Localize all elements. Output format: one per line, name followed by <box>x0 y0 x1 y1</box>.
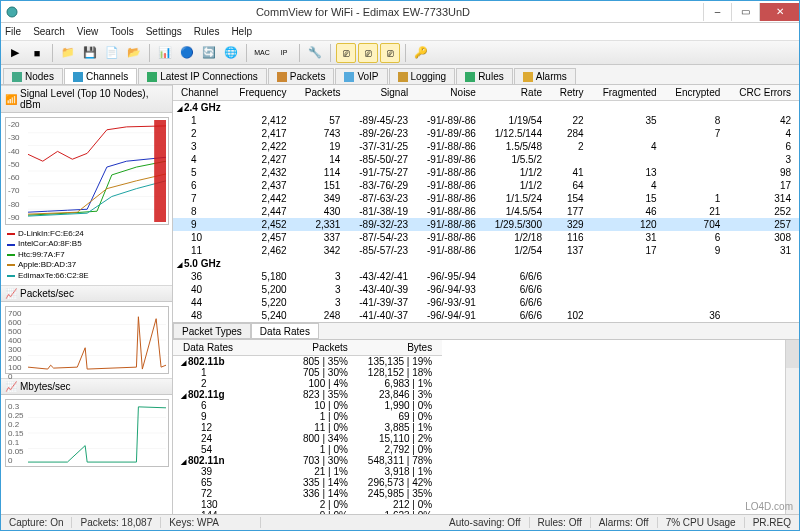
table-row[interactable]: 1705 | 30%128,152 | 18% <box>173 367 442 378</box>
save-button[interactable]: 💾 <box>80 43 100 63</box>
close-button[interactable]: ✕ <box>759 3 799 21</box>
bottom-tab-packet-types[interactable]: Packet Types <box>173 323 251 339</box>
tab-nodes[interactable]: Nodes <box>3 68 63 84</box>
channels-table[interactable]: ChannelFrequencyPacketsSignalNoiseRateRe… <box>173 85 799 322</box>
mbytes-panel-title: Mbytes/sec <box>20 381 71 392</box>
tab-channels[interactable]: Channels <box>64 68 137 84</box>
table-row[interactable]: 541 | 0%2,792 | 0% <box>173 444 442 455</box>
tab-voip[interactable]: VoIP <box>335 68 387 84</box>
tab-alarms[interactable]: Alarms <box>514 68 576 84</box>
scrollbar[interactable] <box>785 340 799 514</box>
tab-packets[interactable]: Packets <box>268 68 335 84</box>
watermark: LO4D.com <box>745 501 793 512</box>
col-header[interactable]: Frequency <box>229 85 295 101</box>
table-row[interactable]: 12,41257-89/-45/-23-91/-89/-861/19/54223… <box>173 114 799 127</box>
table-row[interactable]: 92,4522,331-89/-32/-23-91/-88/-861/29.5/… <box>173 218 799 231</box>
menu-rules[interactable]: Rules <box>194 26 220 37</box>
menu-help[interactable]: Help <box>231 26 252 37</box>
bottom-tab-data-rates[interactable]: Data Rates <box>251 323 319 339</box>
table-group[interactable]: 2.4 GHz <box>173 101 799 115</box>
status-bar: Capture: On Packets: 18,087 Keys: WPA Au… <box>1 514 799 530</box>
table-row[interactable]: 102,457337-87/-54/-23-91/-88/-861/2/1811… <box>173 231 799 244</box>
table-row[interactable]: 445,2203-41/-39/-37-96/-93/-916/6/6 <box>173 296 799 309</box>
stop-button[interactable]: ■ <box>27 43 47 63</box>
table-row[interactable]: 1302 | 0%212 | 0% <box>173 499 442 510</box>
tab-latest-ip-connections[interactable]: Latest IP Connections <box>138 68 267 84</box>
menu-settings[interactable]: Settings <box>146 26 182 37</box>
table-row[interactable]: 65335 | 14%296,573 | 42% <box>173 477 442 488</box>
status-cpu: 7% CPU Usage <box>658 517 745 528</box>
table-group[interactable]: 802.11g823 | 35%23,846 | 3% <box>173 389 442 400</box>
play-button[interactable]: ▶ <box>5 43 25 63</box>
tab-rules[interactable]: Rules <box>456 68 513 84</box>
packets-panel-icon: 📈 <box>5 288 17 299</box>
table-row[interactable]: 112,462342-85/-57/-23-91/-88/-861/2/5413… <box>173 244 799 257</box>
table-row[interactable]: 82,447430-81/-38/-19-91/-88/-861/4.5/541… <box>173 205 799 218</box>
table-row[interactable]: 485,240248-41/-40/-37-96/-94/-916/6/6102… <box>173 309 799 322</box>
ip-button[interactable]: IP <box>274 43 294 63</box>
globe-button[interactable]: 🌐 <box>221 43 241 63</box>
table-row[interactable]: 72,442349-87/-63/-23-91/-88/-861/1.5/241… <box>173 192 799 205</box>
data-rates-table[interactable]: Data RatesPacketsBytes802.11b805 | 35%13… <box>173 340 799 514</box>
table-group[interactable]: 5.0 GHz <box>173 257 799 270</box>
table-row[interactable]: 32,42219-37/-31/-25-91/-88/-861.5/5/4824… <box>173 140 799 153</box>
col-header[interactable]: Packets <box>293 340 358 356</box>
mode-c-button[interactable]: ⎚ <box>380 43 400 63</box>
table-row[interactable]: 91 | 0%69 | 0% <box>173 411 442 422</box>
col-header[interactable]: Encrypted <box>665 85 729 101</box>
minimize-button[interactable]: – <box>703 3 731 21</box>
col-header[interactable]: Noise <box>416 85 484 101</box>
key-button[interactable]: 🔑 <box>411 43 431 63</box>
svg-point-0 <box>7 7 17 17</box>
menu-view[interactable]: View <box>77 26 99 37</box>
table-row[interactable]: 3921 | 1%3,918 | 1% <box>173 466 442 477</box>
table-row[interactable]: 52,432114-91/-75/-27-91/-88/-861/1/24113… <box>173 166 799 179</box>
table-row[interactable]: 405,2003-43/-40/-39-96/-94/-936/6/6 <box>173 283 799 296</box>
col-header[interactable]: Channel <box>173 85 229 101</box>
mode-a-button[interactable]: ⎚ <box>336 43 356 63</box>
log-button[interactable]: 📄 <box>102 43 122 63</box>
left-panel: 📶 Signal Level (Top 10 Nodes), dBm -20-3… <box>1 85 173 514</box>
refresh-button[interactable]: 🔄 <box>199 43 219 63</box>
maximize-button[interactable]: ▭ <box>731 3 759 21</box>
wrench-button[interactable]: 🔧 <box>305 43 325 63</box>
table-row[interactable]: 1211 | 0%3,885 | 1% <box>173 422 442 433</box>
menu-search[interactable]: Search <box>33 26 65 37</box>
table-row[interactable]: 365,1803-43/-42/-41-96/-95/-946/6/6 <box>173 270 799 283</box>
col-header[interactable]: Fragmented <box>592 85 665 101</box>
col-header[interactable]: Packets <box>295 85 349 101</box>
legend-item: IntelCor:A0:8F:B5 <box>7 239 166 249</box>
nodes-button[interactable]: 🔵 <box>177 43 197 63</box>
table-row[interactable]: 72336 | 14%245,985 | 35% <box>173 488 442 499</box>
status-capture: Capture: On <box>1 517 72 528</box>
mbytes-chart: 0.30.250.20.150.10.050 <box>5 399 169 467</box>
signal-panel-title: Signal Level (Top 10 Nodes), dBm <box>20 88 168 110</box>
menu-file[interactable]: File <box>5 26 21 37</box>
table-group[interactable]: 802.11b805 | 35%135,135 | 19% <box>173 356 442 368</box>
table-row[interactable]: 610 | 0%1,990 | 0% <box>173 400 442 411</box>
legend-item: D-LinkIn:FC:E6:24 <box>7 229 166 239</box>
status-autosave: Auto-saving: Off <box>441 517 530 528</box>
table-row[interactable]: 42,42714-85/-50/-27-91/-89/-861/5.5/23 <box>173 153 799 166</box>
table-row[interactable]: 22,417743-89/-26/-23-91/-89/-861/12.5/14… <box>173 127 799 140</box>
table-row[interactable]: 2100 | 4%6,983 | 1% <box>173 378 442 389</box>
table-row[interactable]: 1449 | 0%1,623 | 0% <box>173 510 442 514</box>
tab-logging[interactable]: Logging <box>389 68 456 84</box>
menu-tools[interactable]: Tools <box>110 26 133 37</box>
mode-b-button[interactable]: ⎚ <box>358 43 378 63</box>
table-row[interactable]: 24800 | 34%15,110 | 2% <box>173 433 442 444</box>
mac-button[interactable]: MAC <box>252 43 272 63</box>
col-header[interactable]: Data Rates <box>173 340 293 356</box>
open-button[interactable]: 📁 <box>58 43 78 63</box>
main-tabstrip: NodesChannelsLatest IP ConnectionsPacket… <box>1 65 799 85</box>
col-header[interactable]: Retry <box>550 85 592 101</box>
menu-bar: FileSearchViewToolsSettingsRulesHelp <box>1 23 799 41</box>
col-header[interactable]: Rate <box>484 85 550 101</box>
col-header[interactable]: Signal <box>348 85 416 101</box>
table-group[interactable]: 802.11n703 | 30%548,311 | 78% <box>173 455 442 466</box>
export-button[interactable]: 📂 <box>124 43 144 63</box>
col-header[interactable]: Bytes <box>358 340 442 356</box>
stats-button[interactable]: 📊 <box>155 43 175 63</box>
col-header[interactable]: CRC Errors <box>728 85 799 101</box>
table-row[interactable]: 62,437151-83/-76/-29-91/-88/-861/1/26441… <box>173 179 799 192</box>
